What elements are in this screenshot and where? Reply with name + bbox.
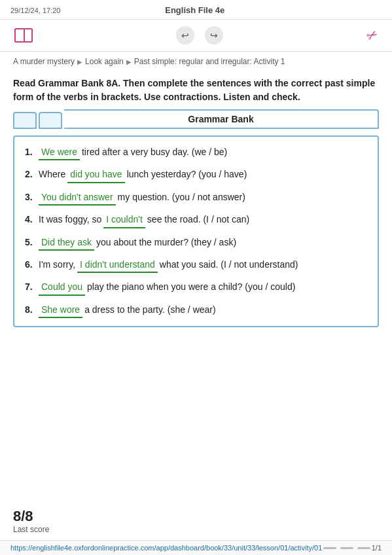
grammar-section: Grammar Bank xyxy=(13,109,379,129)
ex-text-2: lunch yesterday? (you / have) xyxy=(127,167,247,181)
breadcrumb-arrow-2: ▶ xyxy=(126,58,132,65)
ex-before-6: I'm sorry, xyxy=(39,257,75,272)
ex-text-1: tired after a very busy day. (we / be) xyxy=(82,145,227,159)
exercise-6: 6. I'm sorry, I didn't understand what y… xyxy=(25,257,367,273)
answer-6: I didn't understand xyxy=(77,257,158,273)
toolbar-left xyxy=(13,27,34,44)
ex-text-4: see the road. (I / not can) xyxy=(147,212,249,226)
bottom-bar: https://englishfile4e.oxfordonlinepracti… xyxy=(0,540,392,555)
back-icon: ↩ xyxy=(176,26,194,45)
exercise-8: 8. She wore a dress to the party. (she /… xyxy=(25,302,367,318)
book-icon xyxy=(14,28,33,43)
grammar-tab-2[interactable] xyxy=(39,112,62,129)
exercise-1: 1. We were tired after a very busy day. … xyxy=(25,145,367,160)
app-title: English File 4e xyxy=(165,5,224,15)
toolbar-right: ✂ xyxy=(365,26,379,45)
back-button[interactable]: ↩ xyxy=(175,25,196,46)
book-icon-button[interactable] xyxy=(13,27,34,44)
answer-8: She wore xyxy=(39,302,82,318)
scissors-icon: ✂ xyxy=(363,26,381,45)
breadcrumb-arrow-1: ▶ xyxy=(77,58,82,65)
forward-button[interactable]: ↪ xyxy=(204,25,224,46)
ex-text-6: what you said. (I / not understand) xyxy=(160,257,298,272)
ex-num-4: 4. xyxy=(25,212,37,226)
grammar-tab-1[interactable] xyxy=(13,112,37,129)
answer-5: Did they ask xyxy=(39,235,94,251)
ex-before-4: It was foggy, so xyxy=(39,212,101,226)
score-label: Last score xyxy=(13,525,49,534)
exercise-2: 2. Where did you have lunch yesterday? (… xyxy=(25,167,367,183)
ex-num-6: 6. xyxy=(25,257,37,272)
ex-num-8: 8. xyxy=(25,302,37,317)
ex-num-3: 3. xyxy=(25,190,37,204)
ex-text-7: play the piano when you were a child? (y… xyxy=(87,279,295,294)
ex-num-5: 5. xyxy=(25,235,37,249)
breadcrumb-item-1[interactable]: A murder mystery xyxy=(13,57,75,66)
nav-dot-1 xyxy=(323,547,336,549)
score-section: 8/8 Last score xyxy=(13,508,49,534)
answer-2: did you have xyxy=(67,167,124,183)
ex-num-1: 1. xyxy=(25,145,37,159)
instructions-text: Read Grammar Bank 8A. Then complete the … xyxy=(13,78,375,102)
ex-text-3: my question. (you / not answer) xyxy=(118,190,245,204)
answer-1: We were xyxy=(39,145,80,160)
score-value: 8/8 xyxy=(13,508,49,525)
page-indicator: 1/1 xyxy=(372,544,382,552)
nav-dots xyxy=(323,547,370,549)
instructions: Read Grammar Bank 8A. Then complete the … xyxy=(0,70,392,109)
ex-num-7: 7. xyxy=(25,279,37,294)
nav-dot-3 xyxy=(357,547,370,549)
answer-3: You didn't answer xyxy=(39,190,116,206)
forward-icon: ↪ xyxy=(205,26,223,45)
toolbar: ↩ ↪ ✂ xyxy=(0,20,392,52)
nav-dot-2 xyxy=(340,547,353,549)
exercise-4: 4. It was foggy, so I couldn't see the r… xyxy=(25,212,367,228)
toolbar-center: ↩ ↪ xyxy=(175,25,224,46)
footer-url[interactable]: https://englishfile4e.oxfordonlinepracti… xyxy=(10,544,322,552)
exercise-3: 3. You didn't answer my question. (you /… xyxy=(25,190,367,206)
ex-text-5: you about the murder? (they / ask) xyxy=(96,235,236,249)
ex-num-2: 2. xyxy=(25,167,37,181)
grammar-bank-label: Grammar Bank xyxy=(64,109,379,129)
breadcrumb: A murder mystery ▶ Look again ▶ Past sim… xyxy=(0,52,392,70)
ex-text-8: a dress to the party. (she / wear) xyxy=(84,302,216,317)
top-bar: 29/12/24, 17:20 English File 4e xyxy=(0,0,392,20)
breadcrumb-item-3[interactable]: Past simple: regular and irregular: Acti… xyxy=(134,57,285,66)
answer-4: I couldn't xyxy=(103,212,145,228)
answer-7: Could you xyxy=(39,279,85,295)
date-time: 29/12/24, 17:20 xyxy=(10,7,60,14)
exercises-box: 1. We were tired after a very busy day. … xyxy=(13,135,379,327)
exercise-5: 5. Did they ask you about the murder? (t… xyxy=(25,235,367,251)
exercise-7: 7. Could you play the piano when you wer… xyxy=(25,279,367,295)
ex-before-2: Where xyxy=(39,167,65,181)
scissors-button[interactable]: ✂ xyxy=(365,26,379,45)
breadcrumb-item-2[interactable]: Look again xyxy=(85,57,124,66)
